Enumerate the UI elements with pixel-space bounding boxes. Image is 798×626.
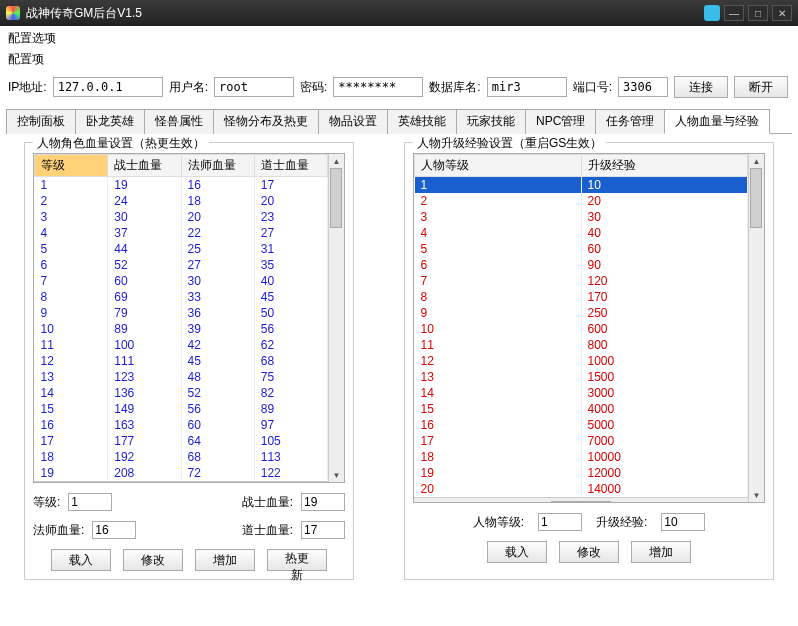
- table-row[interactable]: 1819268113: [35, 449, 328, 465]
- tab-6[interactable]: 玩家技能: [456, 109, 526, 134]
- table-row[interactable]: 121000: [415, 353, 748, 369]
- hp-hotupdate-button[interactable]: 热更新: [267, 549, 327, 571]
- maximize-button[interactable]: □: [748, 5, 768, 21]
- exp-add-button[interactable]: 增加: [631, 541, 691, 563]
- table-row[interactable]: 10600: [415, 321, 748, 337]
- exp-col-0[interactable]: 人物等级: [415, 155, 582, 177]
- table-row[interactable]: 2241820: [35, 193, 328, 209]
- table-row[interactable]: 690: [415, 257, 748, 273]
- table-row[interactable]: 1191617: [35, 177, 328, 194]
- table-row[interactable]: 4372227: [35, 225, 328, 241]
- tab-4[interactable]: 物品设置: [318, 109, 388, 134]
- table-row[interactable]: 10893956: [35, 321, 328, 337]
- hp-hscroll[interactable]: [34, 481, 328, 482]
- exp-hscroll[interactable]: [414, 497, 748, 502]
- table-row[interactable]: 2014000: [415, 481, 748, 497]
- table-row[interactable]: 154000: [415, 401, 748, 417]
- exp-vscroll[interactable]: ▲▼: [748, 154, 764, 502]
- hp-load-button[interactable]: 载入: [51, 549, 111, 571]
- table-row[interactable]: 1717764105: [35, 433, 328, 449]
- ip-label: IP地址:: [8, 79, 47, 96]
- table-row[interactable]: 6522735: [35, 257, 328, 273]
- menu-config-options[interactable]: 配置选项: [0, 26, 798, 51]
- table-row[interactable]: 9793650: [35, 305, 328, 321]
- table-row[interactable]: 5442531: [35, 241, 328, 257]
- hp-vscroll[interactable]: ▲▼: [328, 154, 344, 482]
- hp-col-2[interactable]: 法师血量: [181, 155, 254, 177]
- tab-bar: 控制面板卧龙英雄怪兽属性怪物分布及热更物品设置英雄技能玩家技能NPC管理任务管理…: [6, 108, 792, 134]
- close-button[interactable]: ✕: [772, 5, 792, 21]
- exp-exp-label: 升级经验:: [596, 514, 647, 531]
- hp-col-1[interactable]: 战士血量: [108, 155, 181, 177]
- hp-tao-label: 道士血量:: [242, 522, 293, 539]
- hp-col-3[interactable]: 道士血量: [254, 155, 327, 177]
- hp-lvl-label: 等级:: [33, 494, 60, 511]
- hp-war-input[interactable]: [301, 493, 345, 511]
- hp-lvl-input[interactable]: [68, 493, 112, 511]
- hp-modify-button[interactable]: 修改: [123, 549, 183, 571]
- table-row[interactable]: 1920872122: [35, 465, 328, 481]
- table-row[interactable]: 8693345: [35, 289, 328, 305]
- theme-icon[interactable]: [704, 5, 720, 21]
- table-row[interactable]: 1912000: [415, 465, 748, 481]
- ip-input[interactable]: [53, 77, 163, 97]
- table-row[interactable]: 143000: [415, 385, 748, 401]
- hp-mage-label: 法师血量:: [33, 522, 84, 539]
- tab-3[interactable]: 怪物分布及热更: [213, 109, 319, 134]
- table-row[interactable]: 151495689: [35, 401, 328, 417]
- table-row[interactable]: 141365282: [35, 385, 328, 401]
- hp-add-button[interactable]: 增加: [195, 549, 255, 571]
- exp-load-button[interactable]: 载入: [487, 541, 547, 563]
- exp-col-1[interactable]: 升级经验: [581, 155, 748, 177]
- tab-7[interactable]: NPC管理: [525, 109, 596, 134]
- table-row[interactable]: 3302023: [35, 209, 328, 225]
- table-row[interactable]: 131234875: [35, 369, 328, 385]
- table-row[interactable]: 440: [415, 225, 748, 241]
- exp-group-title: 人物升级经验设置（重启GS生效）: [413, 135, 606, 152]
- table-row[interactable]: 165000: [415, 417, 748, 433]
- table-row[interactable]: 7120: [415, 273, 748, 289]
- table-row[interactable]: 161636097: [35, 417, 328, 433]
- exp-group: 人物升级经验设置（重启GS生效） 人物等级升级经验110220330440560…: [404, 142, 774, 580]
- connect-button[interactable]: 连接: [674, 76, 728, 98]
- db-label: 数据库名:: [429, 79, 480, 96]
- table-row[interactable]: 131500: [415, 369, 748, 385]
- table-row[interactable]: 7603040: [35, 273, 328, 289]
- table-row[interactable]: 1810000: [415, 449, 748, 465]
- table-row[interactable]: 9250: [415, 305, 748, 321]
- hp-war-label: 战士血量:: [242, 494, 293, 511]
- tab-2[interactable]: 怪兽属性: [144, 109, 214, 134]
- minimize-button[interactable]: —: [724, 5, 744, 21]
- tab-1[interactable]: 卧龙英雄: [75, 109, 145, 134]
- disconnect-button[interactable]: 断开: [734, 76, 788, 98]
- exp-lvl-label: 人物等级:: [473, 514, 524, 531]
- table-row[interactable]: 121114568: [35, 353, 328, 369]
- exp-table[interactable]: 人物等级升级经验11022033044056069071208170925010…: [414, 154, 748, 497]
- tab-9[interactable]: 人物血量与经验: [664, 109, 770, 134]
- pwd-input[interactable]: [333, 77, 423, 97]
- hp-tao-input[interactable]: [301, 521, 345, 539]
- table-row[interactable]: 111004262: [35, 337, 328, 353]
- exp-modify-button[interactable]: 修改: [559, 541, 619, 563]
- hp-table[interactable]: 等级战士血量法师血量道士血量11916172241820330202343722…: [34, 154, 328, 481]
- pwd-label: 密码:: [300, 79, 327, 96]
- table-row[interactable]: 11800: [415, 337, 748, 353]
- exp-exp-input[interactable]: [661, 513, 705, 531]
- db-input[interactable]: [487, 77, 567, 97]
- exp-lvl-input[interactable]: [538, 513, 582, 531]
- hp-mage-input[interactable]: [92, 521, 136, 539]
- table-row[interactable]: 8170: [415, 289, 748, 305]
- table-row[interactable]: 110: [415, 177, 748, 194]
- user-input[interactable]: [214, 77, 294, 97]
- user-label: 用户名:: [169, 79, 208, 96]
- table-row[interactable]: 560: [415, 241, 748, 257]
- table-row[interactable]: 330: [415, 209, 748, 225]
- port-label: 端口号:: [573, 79, 612, 96]
- tab-8[interactable]: 任务管理: [595, 109, 665, 134]
- hp-col-0[interactable]: 等级: [35, 155, 108, 177]
- port-input[interactable]: [618, 77, 668, 97]
- tab-5[interactable]: 英雄技能: [387, 109, 457, 134]
- table-row[interactable]: 220: [415, 193, 748, 209]
- tab-0[interactable]: 控制面板: [6, 109, 76, 134]
- table-row[interactable]: 177000: [415, 433, 748, 449]
